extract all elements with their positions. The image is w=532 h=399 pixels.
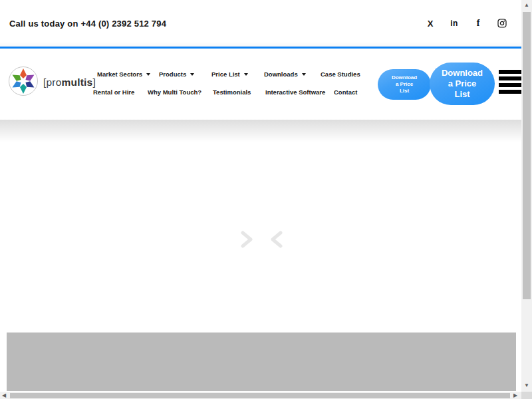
scroll-right-icon[interactable]: ▶ (513, 393, 517, 398)
logo-mark-icon (8, 66, 39, 99)
facebook-icon[interactable]: f (473, 19, 483, 28)
browser-viewport: Call us today on +44 (0) 2392 512 794 X … (0, 0, 532, 399)
carousel-prev-icon[interactable] (269, 231, 284, 251)
chevron-down-icon (244, 73, 248, 76)
phone-number-text: Call us today on +44 (0) 2392 512 794 (9, 19, 166, 29)
chevron-down-icon (190, 73, 194, 76)
scroll-up-icon[interactable]: ▲ (521, 3, 532, 8)
horizontal-scrollbar-thumb[interactable] (10, 393, 510, 398)
scroll-down-icon[interactable]: ▼ (521, 383, 532, 388)
carousel-next-icon[interactable] (239, 231, 254, 251)
top-bar: Call us today on +44 (0) 2392 512 794 X … (0, 0, 521, 47)
x-twitter-icon[interactable]: X (426, 19, 435, 28)
nav-price-list[interactable]: Price List (211, 70, 248, 78)
scroll-left-icon[interactable]: ◀ (2, 393, 6, 398)
nav-market-sectors[interactable]: Market Sectors (97, 70, 150, 78)
horizontal-scrollbar[interactable]: ◀ ▶ (0, 392, 521, 399)
image-placeholder (7, 332, 516, 391)
site-header: [promultis] Market Sectors Products Pric… (0, 49, 521, 120)
nav-why-multi-touch[interactable]: Why Multi Touch? (148, 88, 201, 96)
site-logo[interactable]: [promultis] (8, 66, 96, 99)
nav-products[interactable]: Products (159, 70, 194, 78)
nav-rental-or-hire[interactable]: Rental or Hire (93, 88, 134, 96)
download-price-list-button-small[interactable]: Download a Price List (378, 69, 431, 100)
chevron-down-icon (302, 73, 306, 76)
vertical-scrollbar[interactable]: ▲ ▼ (521, 0, 532, 392)
logo-wordmark: [promultis] (43, 76, 96, 88)
linkedin-icon[interactable]: in (450, 19, 459, 28)
vertical-scrollbar-thumb[interactable] (523, 12, 531, 299)
header-shadow (0, 120, 521, 142)
instagram-icon[interactable] (497, 19, 507, 28)
nav-testimonials[interactable]: Testimonials (213, 88, 251, 96)
scrollbar-corner (521, 392, 532, 399)
nav-case-studies[interactable]: Case Studies (321, 70, 360, 78)
nav-downloads[interactable]: Downloads (264, 70, 306, 78)
social-links: X in f (426, 19, 507, 28)
hamburger-menu-icon[interactable] (499, 70, 521, 94)
nav-interactive-software[interactable]: Interactive Software (265, 88, 325, 96)
page-content: Call us today on +44 (0) 2392 512 794 X … (0, 0, 521, 392)
download-price-list-button[interactable]: Download a Price List (430, 63, 495, 105)
nav-contact[interactable]: Contact (334, 88, 357, 96)
chevron-down-icon (146, 73, 150, 76)
